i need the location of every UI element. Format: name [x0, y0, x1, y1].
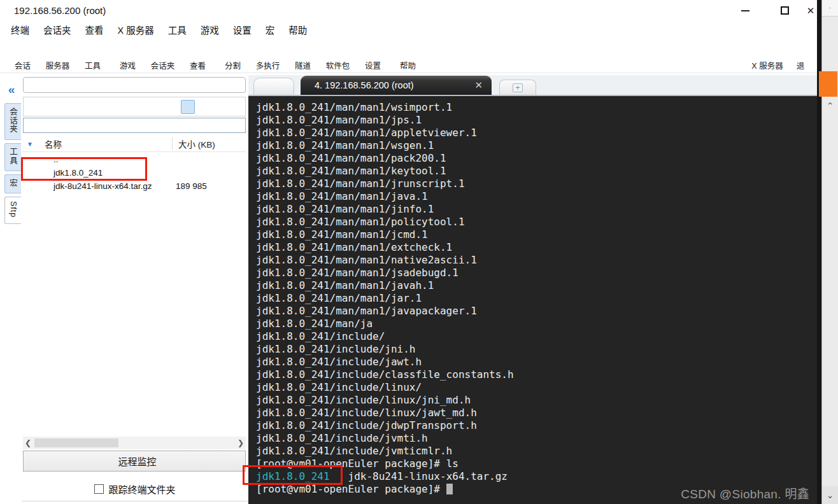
menu-item[interactable]: 宏 [259, 22, 282, 38]
sidebar-tab[interactable]: 会话夹 [4, 103, 21, 140]
column-header-size[interactable]: 大小 (KB) [172, 137, 236, 150]
terminal-area: 4. 192.168.56.200 (root) ✕ + jdk1.8.0_24… [248, 75, 817, 504]
menu-item[interactable]: X 服务器 [111, 22, 161, 38]
close-button[interactable]: ✕ [804, 0, 817, 21]
terminal-output-line: jdk1.8.0_241/include/jdwpTransport.h [256, 419, 817, 432]
terminal-command: ls [446, 458, 458, 470]
follow-terminal-checkbox[interactable] [94, 484, 104, 494]
terminal-output-line: jdk1.8.0_241/man/man1/jcmd.1 [256, 228, 817, 241]
terminal-output-line: jdk1.8.0_241/man/man1/pack200.1 [256, 152, 817, 165]
file-list: .. jdk1.8.0_241 jdk-8u241-linux-x64.tar.… [23, 153, 246, 193]
quick-connect-input[interactable] [23, 77, 246, 93]
upload-icon[interactable] [66, 100, 80, 114]
toolbar-button[interactable]: 会话 [5, 43, 40, 71]
column-header-name[interactable]: 名称 [37, 137, 172, 150]
toolbar-button[interactable]: 会话夹 [145, 43, 180, 71]
sidebar-tab[interactable]: Sftp [4, 197, 21, 224]
remote-monitor-button[interactable]: 远程监控 [23, 451, 246, 472]
toolbar-button[interactable]: 帮助 [390, 43, 425, 71]
toolbar-button[interactable]: 服务器 [40, 43, 75, 71]
new-tab-button[interactable]: + [499, 80, 536, 95]
sidebar-tab[interactable]: 工具 [4, 143, 21, 171]
terminal-output-line: jdk1.8.0_241/man/man1/appletviewer.1 [256, 127, 817, 139]
close-icon: ✕ [807, 5, 815, 17]
active-session-tab[interactable]: 4. 192.168.56.200 (root) ✕ [301, 76, 492, 95]
toolbar-button[interactable]: 软件包 [320, 43, 355, 71]
sidebar-tab[interactable]: 宏 [4, 174, 21, 194]
terminal[interactable]: jdk1.8.0_241/man/man1/wsimport.1jdk1.8.0… [248, 96, 817, 504]
title-bar: 192.168.56.200 (root) ✕ [0, 0, 817, 21]
terminal-output-line: jdk1.8.0_241/include/linux/ [256, 381, 817, 394]
follow-terminal-label: 跟踪终端文件夹 [108, 482, 175, 496]
menu-item[interactable]: 游戏 [194, 22, 226, 38]
refresh-icon[interactable] [85, 100, 99, 114]
menu-item[interactable]: 终端 [4, 22, 36, 38]
close-tab-icon[interactable]: ✕ [463, 80, 483, 91]
delete-icon[interactable] [143, 100, 157, 114]
maximize-button[interactable] [765, 0, 804, 21]
menu-item[interactable]: 会话夹 [36, 22, 78, 38]
console-icon[interactable] [219, 100, 233, 114]
terminal-output-line: jdk1.8.0_241/man/man1/javah.1 [256, 279, 817, 292]
terminal-cursor [446, 484, 453, 494]
font-icon[interactable] [162, 100, 176, 114]
collapse-sidebar-button[interactable]: « [0, 75, 22, 103]
terminal-output-line: jdk1.8.0_241/include/jvmti.h [256, 432, 817, 445]
menu-item[interactable]: 工具 [161, 22, 194, 38]
toolbar-button[interactable]: 隧道 [285, 43, 320, 71]
toolbar-button[interactable]: 分割 [215, 43, 250, 71]
new-file-icon[interactable] [124, 100, 138, 114]
file-row[interactable]: jdk-8u241-linux-x64.tar.gz 189 985 [23, 179, 246, 193]
toolbar-button[interactable]: 工具 [75, 43, 110, 71]
toolbar-button[interactable]: 退 [784, 43, 817, 71]
terminal-output-line: jdk1.8.0_241/include/linux/jni_md.h [256, 394, 817, 407]
wand-icon[interactable] [200, 100, 214, 114]
minimize-button[interactable] [725, 0, 765, 21]
menu-item[interactable]: 帮助 [281, 22, 314, 38]
terminal-output-line: jdk1.8.0_241/man/man1/jsadebugd.1 [256, 267, 817, 279]
sftp-panel: ▼ 名称 大小 (KB) .. jdk1.8.0_241 [22, 75, 248, 501]
menu-item[interactable]: 设置 [226, 22, 259, 38]
csdn-avatar[interactable] [819, 71, 837, 97]
scroll-left-icon[interactable]: ❮ [23, 438, 33, 447]
toolbar-button[interactable]: 游戏 [110, 43, 145, 71]
terminal-output-line: jdk1.8.0_241/man/man1/policytool.1 [256, 216, 817, 228]
terminal-output-line: jdk1.8.0_241/man/man1/native2ascii.1 [256, 254, 817, 267]
ls-file-entry: jdk-8u241-linux-x64.tar.gz [348, 470, 508, 482]
terminal-output-line: jdk1.8.0_241/man/man1/java.1 [256, 190, 817, 203]
sort-caret-icon[interactable]: ▼ [23, 141, 37, 148]
toolbar-button[interactable]: 查看 [180, 43, 215, 71]
terminal-output-line: jdk1.8.0_241/man/man1/extcheck.1 [256, 241, 817, 254]
terminal-output-line: jdk1.8.0_241/include/jni.h [256, 343, 817, 356]
chevron-up-icon[interactable]: ⌃ [822, 101, 838, 111]
parent-folder-icon[interactable] [28, 100, 42, 114]
sftp-toolbar [23, 97, 246, 116]
chevron-down-icon[interactable]: ⌄ [822, 486, 838, 504]
file-row[interactable]: .. [23, 153, 246, 166]
plus-icon: + [513, 83, 523, 92]
follow-terminal-row: 跟踪终端文件夹 [22, 482, 248, 496]
remote-path-input[interactable] [24, 120, 245, 130]
new-folder-icon[interactable] [104, 100, 118, 114]
menu-item[interactable]: 查看 [78, 22, 111, 38]
terminal-ls-result-line: jdk1.8.0_241 jdk-8u241-linux-x64.tar.gz [256, 470, 817, 483]
terminal-output-line: jdk1.8.0_241/man/man1/jinfo.1 [256, 203, 817, 216]
toolbar-button[interactable]: X 服务器 [751, 43, 784, 71]
home-tab[interactable] [253, 78, 294, 95]
terminal-output-line: jdk1.8.0_241/man/man1/keytool.1 [256, 165, 817, 178]
horizontal-scrollbar[interactable]: ❮ ❯ [23, 437, 246, 449]
split-view-icon[interactable] [181, 100, 195, 114]
toolbar-button[interactable]: 多执行 [250, 43, 285, 71]
left-sidebar: « 会话夹 工具 宏 Sftp [0, 75, 22, 504]
terminal-output-line: jdk1.8.0_241/include/jawt.h [256, 356, 817, 368]
terminal-tab-bar: 4. 192.168.56.200 (root) ✕ + [248, 75, 817, 96]
download-icon[interactable] [47, 100, 61, 114]
scroll-right-icon[interactable]: ❯ [236, 438, 246, 447]
minimize-icon [741, 10, 749, 11]
scrollbar-thumb[interactable] [34, 438, 118, 447]
ls-directory-entry: jdk1.8.0_241 [256, 470, 330, 482]
file-row[interactable]: jdk1.8.0_241 [23, 166, 246, 179]
toolbar-button[interactable]: 设置 [355, 43, 390, 71]
background-window-fragment: ▫ [822, 0, 838, 17]
file-list-header: ▼ 名称 大小 (KB) [23, 136, 246, 152]
